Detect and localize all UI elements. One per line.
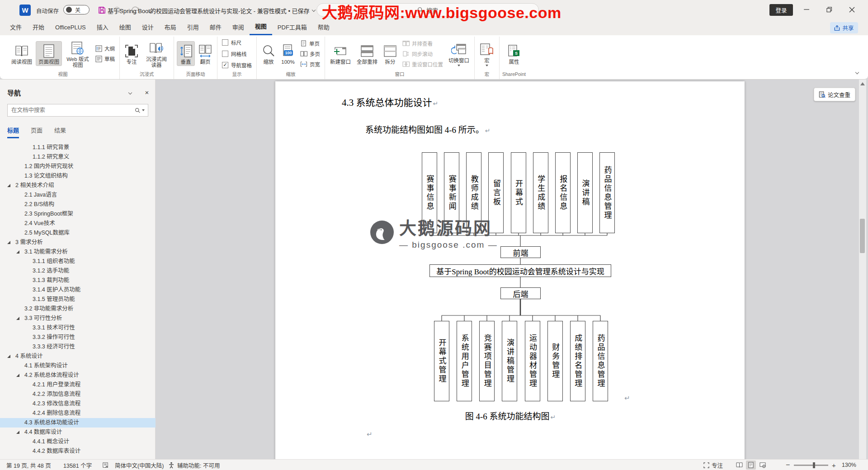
nav-heading-item[interactable]: 1.2 国内外研究现状 bbox=[0, 162, 156, 171]
vertical-scrollbar[interactable] bbox=[859, 80, 866, 459]
nav-heading-item[interactable]: 4.2 系统总体流程设计 bbox=[0, 371, 156, 380]
nav-heading-item[interactable]: 3.1.2 选手功能 bbox=[0, 266, 156, 276]
nav-pane-options-button[interactable] bbox=[126, 89, 135, 98]
zoom-slider[interactable] bbox=[794, 460, 828, 470]
page-width-button[interactable]: 页宽 bbox=[300, 61, 320, 68]
sync-scrolling-button[interactable]: 同步滚动 bbox=[402, 50, 443, 57]
gridlines-checkbox[interactable]: 网格线 bbox=[222, 50, 252, 57]
nav-heading-item[interactable]: 4.2.4 删除信息流程 bbox=[0, 409, 156, 418]
word-app-icon[interactable]: W bbox=[19, 5, 31, 16]
nav-tab-2[interactable]: 页面 bbox=[31, 126, 42, 138]
ribbon-tab-3[interactable]: OfficePLUS bbox=[50, 20, 91, 35]
nav-heading-item[interactable]: 3.3.1 技术可行性 bbox=[0, 323, 156, 333]
close-button[interactable] bbox=[841, 0, 862, 19]
nav-search-input[interactable] bbox=[8, 107, 135, 113]
nav-heading-item[interactable]: 3.1.5 管理员功能 bbox=[0, 295, 156, 304]
nav-heading-item[interactable]: 4.4.2 数据库表设计 bbox=[0, 446, 156, 456]
read-mode-shortcut[interactable] bbox=[734, 461, 744, 470]
print-layout-button[interactable]: 页面视图 bbox=[36, 41, 62, 66]
reset-window-position-button[interactable]: 重设窗口位置 bbox=[402, 61, 443, 68]
proofing-status-button[interactable] bbox=[102, 460, 109, 470]
expand-triangle-icon[interactable] bbox=[16, 431, 19, 434]
web-layout-button[interactable]: Web 版式视图 bbox=[63, 39, 92, 69]
zoom-level[interactable]: 130% bbox=[842, 460, 856, 470]
ribbon-tab-9[interactable]: 邮件 bbox=[204, 20, 227, 35]
nav-heading-item[interactable]: 4.2.2 添加信息流程 bbox=[0, 390, 156, 399]
language-status[interactable]: 简体中文(中国大陆) bbox=[115, 460, 164, 470]
nav-heading-item[interactable]: 3.3.3 经济可行性 bbox=[0, 342, 156, 352]
autosave-toggle[interactable]: 关 bbox=[63, 5, 90, 14]
arrange-all-button[interactable]: 全部重排 bbox=[354, 42, 380, 66]
zoom-button[interactable]: 缩放 bbox=[259, 42, 278, 66]
expand-triangle-icon[interactable] bbox=[16, 250, 19, 254]
immersive-reader-button[interactable]: 沉浸式阅读器 bbox=[142, 39, 171, 69]
expand-triangle-icon[interactable] bbox=[16, 374, 19, 377]
nav-heading-item[interactable]: 2.1 Java语言 bbox=[0, 190, 156, 200]
restore-button[interactable] bbox=[819, 0, 840, 19]
ruler-checkbox[interactable]: 标尺 bbox=[222, 39, 252, 46]
new-window-button[interactable]: 新建窗口 bbox=[328, 42, 353, 66]
nav-heading-item[interactable]: 4.4.1 概念设计 bbox=[0, 437, 156, 446]
scrollbar-thumb[interactable] bbox=[860, 219, 865, 253]
macros-button[interactable]: 宏 bbox=[477, 40, 496, 67]
nav-heading-item[interactable]: 3.1.4 医护人员功能 bbox=[0, 285, 156, 295]
ribbon-tab-4[interactable]: 插入 bbox=[91, 20, 114, 35]
side-to-side-button[interactable]: 翻页 bbox=[196, 42, 214, 66]
outline-view-button[interactable]: 大纲 bbox=[95, 45, 115, 52]
nav-heading-item[interactable]: 2 相关技术介绍 bbox=[0, 181, 156, 190]
scroll-up-icon[interactable] bbox=[860, 82, 865, 85]
document-page[interactable]: 4.3 系统总体功能设计↵ 系统功能结构图如图 4-6 所示。↵ 赛事信息赛事新… bbox=[275, 81, 745, 459]
navigation-pane-checkbox[interactable]: 导航窗格 bbox=[222, 61, 252, 69]
save-button[interactable] bbox=[96, 5, 108, 15]
expand-triangle-icon[interactable] bbox=[7, 241, 10, 244]
login-button[interactable]: 登录 bbox=[769, 4, 793, 16]
focus-mode-button[interactable]: 专注 bbox=[703, 460, 723, 470]
nav-heading-item[interactable]: 3.3.2 操作可行性 bbox=[0, 333, 156, 342]
accessibility-status[interactable]: 辅助功能: 不可用 bbox=[177, 460, 220, 470]
ribbon-tab-8[interactable]: 引用 bbox=[182, 20, 204, 35]
nav-heading-item[interactable]: 3.2 非功能需求分析 bbox=[0, 304, 156, 314]
properties-button[interactable]: S 属性 bbox=[505, 42, 523, 66]
nav-heading-item[interactable]: 2.3 SpringBoot框架 bbox=[0, 209, 156, 219]
nav-heading-item[interactable]: 4.1 系统架构设计 bbox=[0, 361, 156, 371]
ribbon-tab-7[interactable]: 布局 bbox=[159, 20, 182, 35]
nav-heading-item[interactable]: 1.1.1 研究背景 bbox=[0, 143, 156, 152]
nav-heading-item[interactable]: 3.1.3 裁判功能 bbox=[0, 276, 156, 285]
nav-heading-item[interactable]: 4 系统设计 bbox=[0, 352, 156, 361]
nav-heading-item[interactable]: 3.1 功能需求分析 bbox=[0, 247, 156, 257]
nav-heading-item[interactable]: 2.5 MySQL数据库 bbox=[0, 228, 156, 238]
nav-heading-item[interactable]: 3 需求分析 bbox=[0, 238, 156, 247]
web-layout-shortcut[interactable] bbox=[758, 461, 768, 470]
split-button[interactable]: 拆分 bbox=[381, 42, 399, 66]
zoom-slider-thumb[interactable] bbox=[813, 462, 815, 468]
vertical-button[interactable]: 垂直 bbox=[177, 41, 195, 66]
view-side-by-side-button[interactable]: 并排查看 bbox=[402, 40, 443, 47]
word-count[interactable]: 13581 个字 bbox=[63, 460, 92, 470]
switch-windows-button[interactable]: 切换窗口 bbox=[446, 40, 472, 67]
paper-check-button[interactable]: 论文查重 bbox=[814, 88, 855, 101]
ribbon-tab-12[interactable]: PDF工具箱 bbox=[272, 20, 312, 35]
zoom-in-button[interactable]: + bbox=[832, 460, 836, 470]
nav-heading-item[interactable]: 1.3 论文组织结构 bbox=[0, 171, 156, 181]
zoom-out-button[interactable]: − bbox=[786, 460, 790, 470]
nav-heading-item[interactable]: 4.2.3 修改信息流程 bbox=[0, 399, 156, 409]
zoom-slider-track[interactable] bbox=[794, 465, 828, 466]
draft-view-button[interactable]: 草稿 bbox=[95, 55, 115, 62]
nav-heading-item[interactable]: 4.4 数据库设计 bbox=[0, 428, 156, 437]
nav-heading-item[interactable]: 3.1.1 组织者功能 bbox=[0, 257, 156, 266]
nav-heading-item[interactable]: 4.2.1 用户登录流程 bbox=[0, 380, 156, 390]
multi-page-button[interactable]: 多页 bbox=[300, 50, 320, 57]
nav-heading-item[interactable]: 1.1.2 研究意义 bbox=[0, 152, 156, 162]
focus-button[interactable]: 专注 bbox=[123, 42, 141, 66]
nav-heading-item[interactable]: 4.3 系统总体功能设计 bbox=[0, 418, 156, 428]
nav-tab-3[interactable]: 结果 bbox=[54, 126, 66, 138]
nav-search-buttons[interactable] bbox=[135, 108, 148, 113]
minimize-button[interactable] bbox=[796, 0, 817, 19]
collapse-ribbon-button[interactable] bbox=[852, 69, 863, 77]
nav-heading-item[interactable]: 2.2 B/S结构 bbox=[0, 200, 156, 209]
expand-triangle-icon[interactable] bbox=[7, 184, 10, 187]
ribbon-tab-1[interactable]: 文件 bbox=[5, 20, 27, 35]
ribbon-tab-6[interactable]: 设计 bbox=[137, 20, 159, 35]
ribbon-tab-11[interactable]: 视图 bbox=[250, 20, 272, 35]
expand-triangle-icon[interactable] bbox=[16, 317, 19, 320]
